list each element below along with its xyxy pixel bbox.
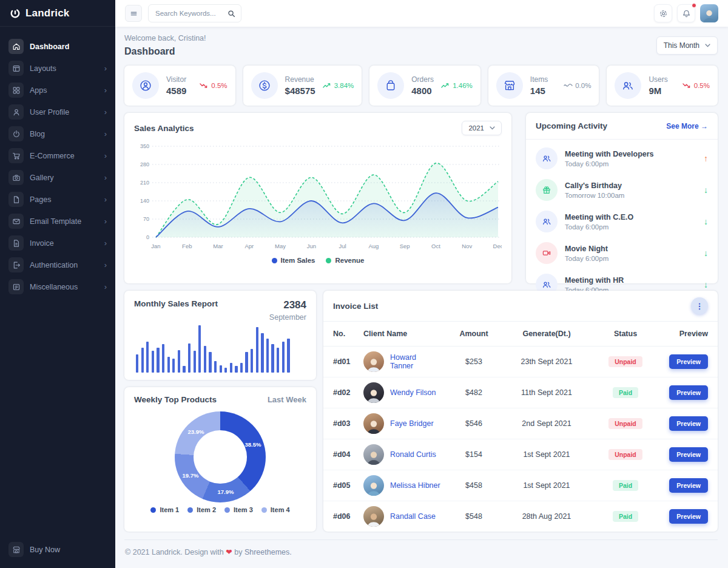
footer-link[interactable]: Shreethemes.: [244, 548, 292, 556]
monthly-sales-title: Monthly Sales Report: [134, 299, 218, 308]
kebab-menu-icon[interactable]: ⋮: [691, 297, 708, 314]
invoice-list-card: Invoice List ⋮ No. Client Name Amount Ge…: [323, 291, 718, 532]
activity-title: Meeting with Developers: [565, 150, 654, 158]
client-name-link[interactable]: Wendy Filson: [390, 388, 436, 397]
chevron-right-icon: ›: [104, 108, 107, 116]
trend-up-icon: [441, 83, 450, 89]
svg-text:70: 70: [143, 216, 149, 222]
landrick-logo-icon: [10, 8, 21, 19]
preview-button[interactable]: Preview: [669, 385, 708, 400]
year-select[interactable]: 2021: [462, 121, 502, 135]
chevron-right-icon: ›: [104, 283, 107, 291]
status-badge: Paid: [613, 511, 638, 522]
preview-button[interactable]: Preview: [669, 447, 708, 462]
store-icon: [496, 72, 523, 99]
hamburger-menu-button[interactable]: [125, 5, 142, 22]
sidebar-item-label: Invoice: [30, 239, 98, 248]
camera-icon: [8, 170, 24, 185]
arrow-down-icon: ↓: [704, 280, 708, 289]
svg-text:140: 140: [140, 198, 149, 204]
client-name-link[interactable]: Howard Tanner: [390, 353, 441, 370]
buy-now-label: Buy Now: [30, 546, 107, 554]
donut-legend: Item 1 Item 2 Item 3 Item 4: [134, 506, 306, 513]
client-name-link[interactable]: Ronald Curtis: [390, 450, 436, 459]
svg-text:280: 280: [140, 161, 149, 167]
upcoming-activity-card: Upcoming Activity See More → Meeting wit…: [526, 113, 718, 283]
invoice-date: 1st Sept 2021: [502, 470, 592, 501]
table-row: #d02 Wendy Filson $482 11th Sept 2021 Pa…: [323, 377, 718, 408]
donut-slice-label: 38.5%: [245, 441, 261, 448]
activity-item[interactable]: Meeting with C.E.O Today 6:00pm ↓: [536, 206, 708, 237]
sidebar-item-ecommerce[interactable]: E-Commerce ›: [0, 146, 115, 166]
activity-list: Meeting with Developers Today 6:00pm ↑ C…: [526, 140, 718, 303]
stat-card-visitor: Visitor 4589 0.5%: [124, 66, 235, 106]
invoice-amount: $154: [446, 439, 502, 470]
search-box: [148, 4, 241, 22]
client-name-link[interactable]: Randall Case: [390, 512, 436, 521]
visitor-icon: [132, 72, 159, 99]
notifications-button[interactable]: [677, 4, 695, 22]
arrow-up-icon: ↑: [704, 154, 708, 163]
sidebar-item-user-profile[interactable]: User Profile ›: [0, 102, 115, 122]
preview-button[interactable]: Preview: [669, 478, 708, 493]
stat-value: $48575: [285, 86, 315, 96]
sidebar-item-label: Gallery: [30, 174, 98, 182]
stat-card-revenue: Revenue $48575 3.84%: [243, 66, 362, 106]
monthly-sales-value: 2384: [269, 299, 306, 311]
col-client: Client Name: [359, 322, 446, 347]
client-avatar: [363, 351, 384, 372]
activity-time: Today 6:00pm: [565, 255, 608, 262]
monthly-sales-bar-chart: [134, 324, 306, 373]
stat-value: 4800: [411, 86, 434, 96]
sidebar-item-dashboard[interactable]: Dashboard: [0, 36, 115, 56]
settings-button[interactable]: [654, 4, 672, 22]
stat-label: Users: [649, 75, 675, 84]
footer-text: by: [234, 548, 242, 556]
status-badge: Paid: [613, 387, 638, 398]
invoice-amount: $546: [446, 408, 502, 439]
layout-icon: [8, 61, 24, 76]
preview-button[interactable]: Preview: [669, 416, 708, 431]
arrow-down-icon: ↓: [704, 185, 708, 195]
see-more-link[interactable]: See More →: [666, 122, 708, 130]
buy-now-button[interactable]: Buy Now: [0, 536, 115, 568]
sidebar-item-invoice[interactable]: Invoice ›: [0, 233, 115, 253]
period-select[interactable]: This Month: [656, 36, 718, 55]
client-name-link[interactable]: Faye Bridger: [390, 419, 434, 428]
sidebar: Landrick Dashboard Layouts › Apps › User…: [0, 0, 115, 568]
sidebar-item-pages[interactable]: Pages ›: [0, 189, 115, 209]
preview-button[interactable]: Preview: [669, 354, 708, 369]
arrow-down-icon: ↓: [704, 248, 708, 258]
sidebar-item-blog[interactable]: Blog ›: [0, 124, 115, 144]
invoice-date: 23th Sept 2021: [502, 347, 592, 377]
user-avatar[interactable]: [700, 4, 718, 22]
sidebar-item-email-template[interactable]: Email Template ›: [0, 211, 115, 231]
stat-value: 9M: [649, 86, 675, 96]
activity-item[interactable]: Movie Night Today 6:00pm ↓: [536, 237, 708, 269]
stat-trend: 0.5%: [200, 82, 227, 89]
footer: © 2021 Landrick. Design with ❤ by Shreet…: [124, 539, 718, 564]
sidebar-item-label: Blog: [30, 130, 98, 138]
search-icon[interactable]: [228, 10, 235, 18]
row-reports: Monthly Sales Report 2384 September Week…: [124, 291, 718, 532]
activity-item[interactable]: Meeting with Developers Today 6:00pm ↑: [536, 143, 708, 174]
sidebar-item-gallery[interactable]: Gallery ›: [0, 167, 115, 188]
search-input[interactable]: [154, 9, 224, 18]
sidebar-item-authentication[interactable]: Authentication ›: [0, 255, 115, 275]
chevron-right-icon: ›: [104, 130, 107, 138]
activity-item[interactable]: Cally's Birthday Tomorrow 10:00am ↓: [536, 174, 708, 206]
bell-icon: [682, 9, 691, 18]
sidebar-item-miscellaneous[interactable]: Miscellaneous ›: [0, 277, 115, 297]
apps-grid-icon: [8, 83, 24, 98]
donut-slice-label: 17.9%: [218, 489, 234, 495]
invoice-list-title: Invoice List: [333, 302, 378, 311]
preview-button[interactable]: Preview: [669, 509, 708, 524]
client-name-link[interactable]: Melissa Hibner: [390, 481, 440, 490]
sidebar-item-layouts[interactable]: Layouts ›: [0, 58, 115, 78]
table-row: #d05 Melissa Hibner $458 1st Sept 2021 P…: [323, 470, 718, 501]
users-icon: [615, 72, 641, 99]
brand-logo[interactable]: Landrick: [0, 0, 115, 27]
svg-text:Jul: Jul: [339, 243, 346, 249]
chevron-down-icon: [705, 44, 710, 47]
sidebar-item-apps[interactable]: Apps ›: [0, 80, 115, 100]
